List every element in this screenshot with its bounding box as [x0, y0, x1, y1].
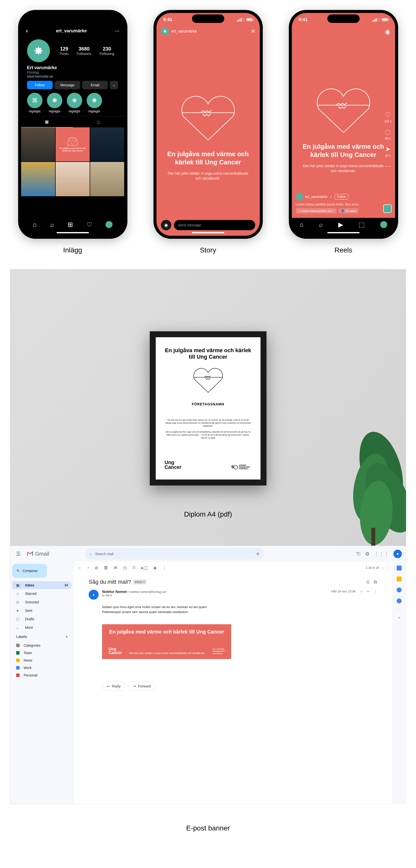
- add-icon[interactable]: +: [398, 616, 400, 620]
- more-button[interactable]: ⋯: [385, 162, 391, 170]
- following-stat[interactable]: 230Following: [100, 46, 114, 56]
- profile-nav-icon[interactable]: [380, 221, 387, 228]
- follow-button[interactable]: Follow: [27, 81, 53, 89]
- unread-icon[interactable]: ✉: [114, 565, 117, 570]
- highlight-item[interactable]: ⌘Highlight: [27, 93, 42, 113]
- more-icon[interactable]: ⋯: [115, 28, 119, 34]
- next-icon[interactable]: ›: [387, 566, 388, 569]
- more-icon[interactable]: ⋮: [374, 590, 377, 593]
- posts-stat[interactable]: 129Posts: [60, 46, 69, 56]
- sidebar-snoozed[interactable]: ◷Snoozed: [12, 598, 72, 606]
- task-icon[interactable]: ✓⃝: [132, 565, 136, 570]
- keep-icon[interactable]: [396, 577, 402, 582]
- post-cell[interactable]: [90, 127, 124, 161]
- sidebar-label[interactable]: Work: [12, 664, 72, 672]
- sidebar-label[interactable]: Personal: [12, 672, 72, 679]
- delete-icon[interactable]: 🗑: [104, 565, 108, 570]
- audio-tag[interactable]: ♫Lorem metus porttitor pur...: [296, 208, 337, 213]
- phone3-frame: 9:41 􀙇 ◉ En julgåva med värme och kärlek…: [289, 10, 398, 239]
- more-icon[interactable]: ⋮: [162, 565, 167, 570]
- to-field[interactable]: to me ▾: [102, 594, 327, 597]
- shop-icon[interactable]: ⬚: [359, 221, 365, 228]
- settings-icon[interactable]: ⚙: [365, 551, 370, 557]
- comment-button[interactable]: ◌60 k: [385, 128, 391, 140]
- sidebar-more[interactable]: ⌄More: [12, 623, 72, 631]
- email-banner[interactable]: En julgåva med värme och kärlek till Ung…: [102, 624, 231, 659]
- sidebar-starred[interactable]: ☆Starred: [12, 590, 72, 598]
- followers-stat[interactable]: 3680Followers: [76, 46, 92, 56]
- label-icon[interactable]: ◈: [153, 565, 157, 570]
- home-icon[interactable]: ⌂: [33, 221, 37, 228]
- story-avatar[interactable]: [161, 27, 169, 35]
- profile-avatar[interactable]: [27, 39, 50, 62]
- share-button[interactable]: ➤32 k: [385, 145, 391, 157]
- search-icon[interactable]: ⌕: [319, 221, 323, 228]
- post-cell[interactable]: [21, 162, 55, 196]
- prev-icon[interactable]: ‹: [382, 566, 383, 569]
- reels-username[interactable]: ert_varumärke: [305, 195, 327, 199]
- compose-button[interactable]: ✎Compose: [12, 564, 47, 578]
- print-icon[interactable]: ⎙: [367, 580, 369, 585]
- reels-avatar[interactable]: [296, 193, 303, 200]
- tasks-icon[interactable]: [396, 587, 402, 592]
- search-icon[interactable]: ⌕: [50, 221, 54, 228]
- post-cell[interactable]: [21, 127, 55, 161]
- add-label-icon[interactable]: +: [66, 634, 68, 639]
- spam-icon[interactable]: ⊘: [95, 565, 98, 570]
- highlight-item[interactable]: ✺Highlight: [87, 93, 102, 113]
- account-avatar[interactable]: ●: [393, 550, 402, 558]
- sidebar-sent[interactable]: ➤Sent: [12, 607, 72, 615]
- reply-button[interactable]: ↩Reply: [102, 682, 126, 691]
- calendar-icon[interactable]: [396, 565, 402, 570]
- sidebar-label[interactable]: Team: [12, 649, 72, 657]
- forward-button[interactable]: ↪Forward: [128, 682, 155, 691]
- heart-icon[interactable]: ♡: [86, 221, 92, 228]
- profile-link[interactable]: www.hemsida.se: [21, 74, 125, 81]
- archive-icon[interactable]: ▫: [88, 565, 89, 570]
- sidebar-label[interactable]: Categories: [12, 642, 72, 649]
- highlight-item[interactable]: ✱Highlight: [47, 93, 62, 113]
- audio-album-icon[interactable]: [383, 205, 392, 213]
- profile-nav-icon[interactable]: [106, 221, 112, 228]
- highlight-item[interactable]: ❋Highlight: [67, 93, 82, 113]
- like-button[interactable]: ♡115 k: [384, 111, 391, 123]
- popout-icon[interactable]: ⧉: [374, 580, 377, 585]
- inbox-tag[interactable]: Inbox ×: [133, 580, 146, 584]
- star-icon[interactable]: ☆: [360, 590, 362, 593]
- camera-icon[interactable]: ◉: [385, 28, 390, 35]
- sidebar-label[interactable]: News: [12, 657, 72, 664]
- tagged-tab[interactable]: ◫: [73, 116, 125, 127]
- grid-tab[interactable]: ▦: [21, 116, 73, 127]
- search-input[interactable]: ⌕ Search mail ⚙: [85, 548, 264, 560]
- users-tag[interactable]: 👤55 users: [339, 208, 358, 213]
- email-button[interactable]: Email: [82, 81, 108, 89]
- home-icon[interactable]: ⌂: [300, 221, 304, 228]
- reels-icon[interactable]: ▶: [338, 221, 343, 228]
- message-input[interactable]: Send message⋯: [174, 220, 255, 230]
- camera-icon[interactable]: ◉: [161, 220, 171, 230]
- sender-avatar[interactable]: ●: [89, 590, 99, 600]
- move-icon[interactable]: ▸▢: [141, 565, 148, 570]
- help-icon[interactable]: ?⃝: [356, 551, 360, 557]
- add-icon[interactable]: ⊞: [68, 221, 73, 228]
- apps-icon[interactable]: ⋮⋮⋮: [374, 551, 389, 557]
- gmail-logo[interactable]: Gmail: [27, 550, 81, 557]
- contacts-icon[interactable]: [396, 598, 402, 603]
- follow-button[interactable]: Follow: [335, 194, 349, 199]
- suggest-button[interactable]: ⌄: [110, 81, 118, 89]
- post-cell[interactable]: [90, 162, 124, 196]
- message-button[interactable]: Message: [55, 81, 80, 89]
- reels-caption[interactable]: Lorem metus porttitor purus enim. Non et…: [296, 203, 378, 206]
- story-username[interactable]: ert_varumärke: [171, 29, 197, 34]
- menu-icon[interactable]: ☰: [14, 551, 23, 557]
- post-cell-campaign[interactable]: En julgåva med värme och kärlek till Ung…: [56, 127, 90, 161]
- reply-icon[interactable]: ↩: [367, 590, 370, 593]
- back-icon[interactable]: ←: [78, 565, 82, 570]
- close-icon[interactable]: ✕: [251, 28, 255, 35]
- post-cell[interactable]: [56, 162, 90, 196]
- snooze-icon[interactable]: ◷: [123, 565, 127, 570]
- sidebar-inbox[interactable]: ▣Inbox14: [12, 581, 72, 589]
- back-icon[interactable]: ‹: [26, 27, 28, 34]
- sidebar-drafts[interactable]: ▢Drafts: [12, 615, 72, 623]
- filter-icon[interactable]: ⚙: [256, 552, 259, 556]
